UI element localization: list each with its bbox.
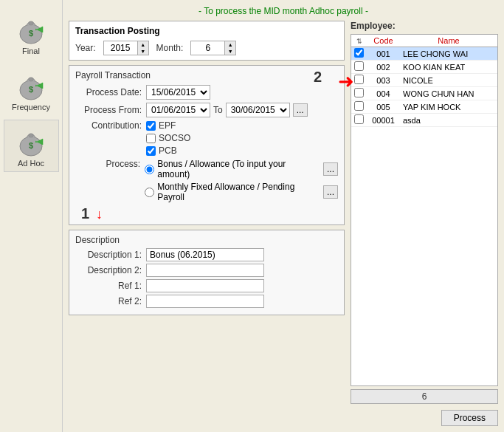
th-code: Code (367, 35, 400, 47)
ref1-label: Ref 1: (75, 281, 142, 291)
svg-rect-4 (29, 78, 33, 81)
svg-text:$: $ (28, 141, 32, 150)
table-row[interactable]: 00001 asda (351, 114, 497, 127)
monthly-radio[interactable] (145, 188, 154, 197)
row-checkbox[interactable] (354, 75, 364, 84)
table-row[interactable]: 001 LEE CHONG WAI (351, 47, 497, 61)
sidebar-item-adhoc[interactable]: $ Ad Hoc (4, 120, 59, 172)
desc1-input[interactable] (146, 248, 264, 261)
process-radio-group: Bonus / Allowance (To input your amount)… (145, 159, 338, 202)
desc1-label: Description 1: (75, 250, 142, 260)
month-input-group[interactable]: ▲ ▼ (190, 41, 236, 55)
monthly-dots-button[interactable]: ... (323, 185, 338, 199)
row-name-cell: LEE CHONG WAI (400, 47, 497, 61)
desc2-input[interactable] (146, 264, 264, 277)
row-check-cell[interactable] (351, 114, 367, 127)
contribution-row: Contribution: EPF SOCSO PCB (75, 120, 338, 156)
monthly-label: Monthly Fixed Allowance / Pending Payrol… (157, 182, 320, 202)
month-label: Month: (156, 43, 184, 53)
table-row[interactable]: 004 WONG CHUN HAN (351, 87, 497, 100)
main-content: - To process the MID month Adhoc payroll… (63, 0, 504, 432)
process-from-row: Process From: 01/06/2015 To 30/06/2015 .… (75, 103, 338, 117)
sort-icon: ⇅ (356, 38, 362, 45)
year-input-group[interactable]: ▲ ▼ (103, 41, 149, 55)
employee-table-container: ⇅ Code Name 001 LEE CH (351, 34, 498, 386)
table-row[interactable]: 005 YAP KIM HOCK (351, 100, 497, 114)
pcb-checkbox[interactable] (146, 146, 156, 156)
socso-row: SOCSO (146, 133, 190, 143)
ref2-row: Ref 2: (75, 295, 338, 308)
ref1-input[interactable] (146, 279, 264, 292)
step1-area: 1 ↓ (75, 205, 338, 220)
step2-number: 2 (314, 69, 322, 86)
sidebar-final-label: Final (22, 47, 40, 55)
date-range-dots-button[interactable]: ... (293, 103, 308, 117)
row-code-cell: 003 (367, 74, 400, 87)
bonus-label: Bonus / Allowance (To input your amount) (157, 159, 320, 179)
sidebar-item-final[interactable]: $ Final (4, 7, 59, 60)
sidebar-item-frequency[interactable]: $ Frequency (4, 64, 59, 116)
sidebar-adhoc-label: Ad Hoc (18, 159, 44, 168)
year-spin-down[interactable]: ▼ (138, 48, 148, 55)
socso-label: SOCSO (159, 133, 190, 143)
name-header: Name (438, 36, 459, 45)
year-input[interactable] (104, 42, 137, 54)
row-code-cell: 004 (367, 87, 400, 100)
row-checkbox[interactable] (354, 48, 364, 58)
table-row[interactable]: 002 KOO KIAN KEAT (351, 61, 497, 74)
process-from-label: Process From: (75, 105, 142, 115)
row-code-cell: 001 (367, 47, 400, 61)
svg-rect-7 (29, 134, 33, 137)
table-row[interactable]: 003 NICOLE (351, 74, 497, 87)
month-spin-down[interactable]: ▼ (225, 48, 235, 55)
payroll-section-title: Payroll Transaction (75, 70, 338, 80)
row-checkbox[interactable] (354, 101, 364, 111)
process-from-select[interactable]: 01/06/2015 (146, 103, 210, 117)
ref2-label: Ref 2: (75, 296, 142, 306)
to-label: To (213, 105, 223, 115)
process-button[interactable]: Process (441, 410, 498, 426)
adhoc-icon: $ (15, 124, 48, 157)
row-checkbox[interactable] (354, 61, 364, 71)
year-spin-up[interactable]: ▲ (138, 41, 148, 48)
final-icon: $ (15, 12, 48, 45)
ref2-input[interactable] (146, 295, 264, 308)
row-check-cell[interactable] (351, 47, 367, 61)
process-from-to-group: 01/06/2015 To 30/06/2015 ... (146, 103, 308, 117)
row-checkbox[interactable] (354, 114, 364, 124)
transaction-posting-section: Transaction Posting Year: ▲ ▼ Month: (69, 21, 345, 61)
month-input[interactable] (191, 42, 224, 54)
arrow-down-icon: ↓ (96, 207, 103, 222)
month-spin-buttons: ▲ ▼ (224, 41, 235, 55)
row-code-cell: 005 (367, 100, 400, 114)
table-header-row: ⇅ Code Name (351, 35, 497, 47)
th-check: ⇅ (351, 35, 367, 47)
bonus-radio[interactable] (145, 165, 154, 174)
employee-table: ⇅ Code Name 001 LEE CH (351, 35, 497, 127)
bonus-dots-button[interactable]: ... (323, 162, 338, 176)
row-checkbox[interactable] (354, 88, 364, 97)
monthly-radio-row: Monthly Fixed Allowance / Pending Payrol… (145, 182, 338, 202)
socso-checkbox[interactable] (146, 134, 156, 143)
row-name-cell: WONG CHUN HAN (400, 87, 497, 100)
process-to-select[interactable]: 30/06/2015 (226, 103, 290, 117)
contribution-label: Contribution: (75, 120, 142, 131)
process-date-label: Process Date: (75, 87, 142, 97)
page-title: - To process the MID month Adhoc payroll… (69, 6, 498, 16)
epf-checkbox[interactable] (146, 121, 156, 131)
process-date-row: Process Date: 15/06/2015 (75, 85, 338, 100)
right-panel: Employee: ⇅ Code Name (351, 21, 498, 426)
process-row: Process: Bonus / Allowance (To input you… (75, 159, 338, 202)
employee-title: Employee: (351, 21, 498, 31)
row-check-cell[interactable] (351, 100, 367, 114)
payroll-transaction-section: Payroll Transaction 2 ➜ Process Date: 15… (69, 65, 345, 225)
row-name-cell: KOO KIAN KEAT (400, 61, 497, 74)
month-spin-up[interactable]: ▲ (225, 41, 235, 48)
row-code-cell: 00001 (367, 114, 400, 127)
description-title: Description (75, 235, 338, 245)
desc1-row: Description 1: (75, 248, 338, 261)
content-area: Transaction Posting Year: ▲ ▼ Month: (69, 21, 498, 426)
process-date-select[interactable]: 15/06/2015 (146, 85, 210, 100)
pcb-row: PCB (146, 145, 190, 156)
employee-table-body: 001 LEE CHONG WAI 002 KOO KIAN KEAT 003 … (351, 47, 497, 127)
